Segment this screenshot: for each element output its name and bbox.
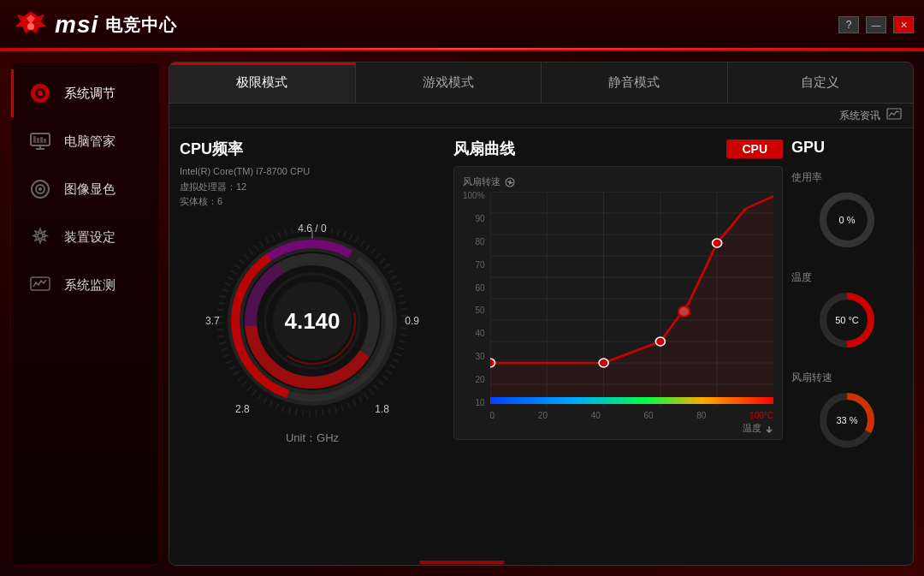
temp-label: 温度 (490, 422, 773, 435)
cpu-badge: CPU (726, 140, 783, 158)
gpu-usage-metric: 使用率 0 % (791, 170, 903, 253)
cpu-info: Intel(R) Core(TM) i7-8700 CPU 虚拟处理器：12 实… (180, 164, 445, 210)
sysinfo-label: 系统资讯 (839, 109, 880, 123)
svg-point-30 (509, 181, 512, 183)
fan-panel: 风扇曲线 CPU 风扇转速 (453, 139, 783, 555)
sysinfo-chart-icon[interactable] (886, 107, 903, 124)
svg-point-13 (38, 187, 42, 191)
cpu-panel-title: CPU频率 (180, 139, 445, 159)
svg-rect-8 (37, 138, 39, 143)
sidebar: 系统调节 电脑管家 (10, 62, 160, 566)
y-axis: 100% 90 80 70 60 50 40 30 20 10 (463, 192, 490, 423)
device-settings-icon (28, 225, 52, 249)
sidebar-item-display[interactable]: 图像显色 (11, 165, 159, 213)
gauge-label-top: 4.6 / 0 (298, 223, 326, 235)
cpu-panel: CPU频率 Intel(R) Core(TM) i7-8700 CPU 虚拟处理… (180, 139, 445, 555)
temp-donut: 50 °C (817, 290, 877, 350)
tab-extreme[interactable]: 极限模式 (169, 62, 356, 103)
tab-game[interactable]: 游戏模式 (356, 62, 542, 103)
pc-manager-icon (28, 129, 52, 153)
panels: CPU频率 Intel(R) Core(TM) i7-8700 CPU 虚拟处理… (169, 128, 913, 565)
sidebar-label-system-monitor: 系统监测 (64, 277, 116, 294)
physical-cores: 实体核：6 (180, 194, 445, 210)
close-button[interactable]: ✕ (893, 16, 914, 33)
fan-header: 风扇曲线 CPU (453, 139, 783, 159)
temp-label-gpu: 温度 (791, 270, 812, 285)
system-tune-icon (28, 81, 52, 105)
svg-rect-10 (44, 139, 46, 143)
sidebar-item-system-tune[interactable]: 系统调节 (11, 69, 159, 117)
gauge-label-right: 0.9 (405, 315, 419, 327)
sidebar-item-system-monitor[interactable]: 系统监测 (11, 261, 159, 309)
cpu-donut-chart: 4.140 4.6 / 0 3.7 0.9 2.8 1.8 (210, 218, 415, 424)
svg-rect-15 (31, 277, 50, 290)
fan-speed-value: 33 % (836, 415, 857, 425)
gpu-panel: GPU 使用率 0 % 温度 (791, 139, 903, 555)
content-area: 极限模式 游戏模式 静音模式 自定义 系统资讯 (169, 62, 914, 566)
svg-rect-7 (33, 136, 36, 143)
svg-marker-48 (490, 196, 773, 397)
sidebar-label-device-settings: 装置设定 (64, 229, 116, 246)
tab-silent[interactable]: 静音模式 (542, 62, 728, 103)
gpu-title: GPU (791, 139, 903, 157)
curve-point-4[interactable] (712, 239, 721, 247)
main-container: 系统调节 电脑管家 (0, 51, 924, 576)
fan-title: 风扇曲线 (453, 139, 515, 159)
curve-point-2[interactable] (599, 359, 608, 367)
app-name: msi (55, 11, 98, 39)
usage-donut: 0 % (817, 190, 877, 250)
app-logo: msi 电竞中心 (14, 9, 177, 40)
sidebar-item-device-settings[interactable]: 装置设定 (11, 213, 159, 261)
usage-label: 使用率 (791, 170, 822, 185)
x-axis-labels: 0 20 40 60 80 100°C (490, 409, 773, 420)
virtual-processors: 虚拟处理器：12 (180, 180, 445, 195)
gauge-label-left: 3.7 (205, 315, 220, 327)
cpu-name: Intel(R) Core(TM) i7-8700 CPU (180, 164, 445, 180)
minimize-button[interactable]: — (866, 16, 886, 33)
dragon-icon (14, 9, 48, 40)
fan-speed-label: 风扇转速 (463, 175, 773, 188)
fan-donut: 33 % (817, 390, 877, 450)
gpu-fan-metric: 风扇转速 33 % (791, 371, 903, 454)
gauge-label-bottom-right: 1.8 (375, 403, 389, 415)
sidebar-label-pc-manager: 电脑管家 (64, 134, 116, 150)
usage-value: 0 % (839, 215, 856, 225)
temp-arrow-icon (765, 425, 773, 433)
fan-curve-svg (490, 192, 773, 406)
svg-point-49 (678, 306, 689, 317)
svg-rect-9 (40, 137, 43, 143)
cpu-frequency-value: 4.140 (284, 307, 340, 334)
unit-label: Unit：GHz (180, 431, 445, 446)
gpu-temp-metric: 温度 50 °C (791, 270, 903, 353)
chart-area: 100% 90 80 70 60 50 40 30 20 10 (463, 192, 773, 423)
fan-speed-icon (504, 176, 516, 188)
svg-rect-16 (887, 109, 901, 119)
fan-label: 风扇转速 (791, 371, 832, 385)
chart-body: 0 20 40 60 80 100°C 温度 (490, 192, 773, 423)
title-bar: msi 电竞中心 ? — ✕ (0, 0, 924, 51)
sysinfo-bar: 系统资讯 (169, 104, 913, 128)
svg-point-0 (27, 23, 34, 30)
tab-custom[interactable]: 自定义 (728, 62, 914, 103)
display-icon (28, 177, 52, 201)
sidebar-label-display: 图像显色 (64, 181, 116, 198)
svg-point-3 (38, 91, 43, 96)
sidebar-item-pc-manager[interactable]: 电脑管家 (11, 117, 159, 165)
curve-point-1[interactable] (490, 359, 495, 367)
svg-point-14 (38, 234, 43, 239)
svg-rect-47 (490, 397, 773, 404)
app-subtitle: 电竞中心 (105, 14, 177, 37)
curve-point-3[interactable] (655, 337, 665, 346)
help-button[interactable]: ? (838, 16, 859, 33)
donut-center: 4.140 (284, 307, 340, 334)
tab-bar: 极限模式 游戏模式 静音模式 自定义 (169, 62, 913, 104)
sidebar-label-system-tune: 系统调节 (64, 86, 116, 102)
bottom-accent (419, 561, 505, 564)
gauge-label-bottom-left: 2.8 (235, 403, 250, 415)
temp-value: 50 °C (835, 315, 859, 325)
system-monitor-icon (28, 273, 52, 297)
fan-chart: 风扇转速 100% 90 80 70 (453, 166, 783, 440)
window-controls: ? — ✕ (838, 16, 914, 33)
